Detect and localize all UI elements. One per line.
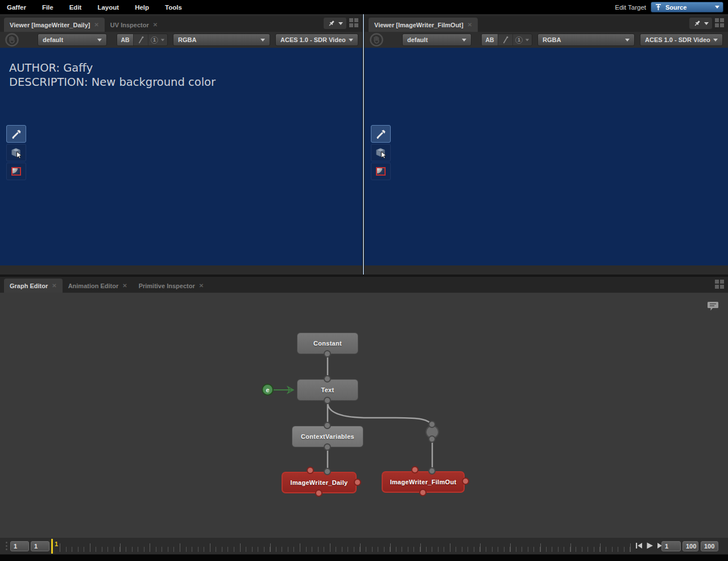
close-icon[interactable]: ✕ [52,282,56,289]
node-connector[interactable] [428,467,436,475]
node-label: Constant [313,340,342,347]
crop-window-tool-button[interactable] [6,163,26,180]
node-connector[interactable] [324,375,331,383]
node-connector[interactable] [411,466,419,473]
display-transform-select[interactable]: ACES 1.0 - SDR Video [275,34,358,46]
chevron-down-icon [260,39,265,41]
layout-grid-icon[interactable] [349,18,359,28]
close-icon[interactable]: ✕ [153,22,158,28]
menu-gaffer[interactable]: Gaffer [7,4,26,11]
viewer-tools-column [371,125,391,181]
edit-target-dropdown[interactable]: Source [651,2,723,13]
close-icon[interactable]: ✕ [94,22,98,28]
pan-hand-icon[interactable] [370,33,383,47]
bottom-tabbar: Graph Editor ✕ Animation Editor ✕ Primit… [0,277,728,293]
cube-cursor-icon [374,147,387,159]
timeline-ruler[interactable] [60,538,634,555]
timeline-frame-field[interactable]: 1 [661,541,681,551]
crop-window-tool-button[interactable] [371,163,391,180]
selection-tool-button[interactable] [371,144,391,161]
timeline-grip-handle[interactable] [6,542,7,550]
timeline-playhead-label: 1 [55,541,58,547]
tab-label: UV Inspector [110,22,149,28]
compare-button-group: AB 1 [481,34,532,46]
menu-edit[interactable]: Edit [69,4,82,11]
node-connector[interactable] [419,489,427,496]
timeline-start-field[interactable]: 1 [10,541,29,551]
compare-image-button[interactable]: 1 [512,34,532,45]
node-connector[interactable] [324,468,331,475]
crop-window-icon [11,167,21,176]
node-connector[interactable] [324,350,331,358]
menu-file[interactable]: File [42,4,53,11]
timeline-current-frame-field[interactable]: 1 [31,541,49,551]
tab-graph-editor[interactable]: Graph Editor ✕ [4,279,63,293]
node-connector[interactable] [428,421,436,428]
compare-count: 1 [515,36,523,44]
ab-compare-button[interactable]: AB [482,34,498,45]
wipe-icon[interactable] [133,34,148,45]
node-connector[interactable] [324,422,331,429]
display-transform-select[interactable]: ACES 1.0 - SDR Video [640,34,723,46]
chevron-down-icon [704,22,709,25]
transport-controls [635,542,664,549]
node-connector[interactable] [428,435,436,443]
image-viewport-filmout[interactable]: XY : 0 0 HD 1080 ( 20 RGBA : 0.000 0.050… [365,48,728,265]
compare-count: 1 [151,36,158,44]
menu-layout[interactable]: Layout [97,4,119,11]
node-connector[interactable] [324,397,331,404]
selection-tool-button[interactable] [6,144,26,161]
node-connector[interactable] [462,477,469,485]
wipe-icon[interactable] [498,34,512,45]
pin-editor-button[interactable] [689,18,712,29]
color-picker-tool-button[interactable] [6,125,26,143]
tab-primitive-inspector[interactable]: Primitive Inspector ✕ [133,279,209,293]
tab-uv-inspector[interactable]: UV Inspector ✕ [105,18,163,32]
node-graph-canvas[interactable]: Constant Text ContextVariables ImageWrit… [0,293,728,537]
image-viewport-daily[interactable]: AUTHOR: Gaffy DESCRIPTION: New backgroun… [0,48,362,265]
node-connector[interactable] [354,479,361,486]
tab-viewer-imagewriter-filmout[interactable]: Viewer [ImageWriter_FilmOut] ✕ [369,18,478,32]
close-icon[interactable]: ✕ [199,282,204,289]
layout-grid-icon[interactable] [715,18,725,28]
graph-editor-panel: Graph Editor ✕ Animation Editor ✕ Primit… [0,277,728,537]
layer-select[interactable]: default [402,34,471,46]
node-connector[interactable] [315,489,322,497]
cube-cursor-icon [10,147,23,159]
play-icon[interactable] [646,542,653,549]
menu-help[interactable]: Help [135,4,149,11]
channels-select[interactable]: RGBA [537,34,635,46]
close-icon[interactable]: ✕ [468,22,472,28]
close-icon[interactable]: ✕ [122,282,127,289]
viewer-daily-toolbar: default AB 1 RGBA ACES 1.0 - SDR Video [0,32,362,48]
tab-label: Primitive Inspector [139,282,195,289]
compare-image-button[interactable]: 1 [148,34,167,45]
layer-select[interactable]: default [38,34,107,46]
menu-tools[interactable]: Tools [165,4,182,11]
viewer-panels: Viewer [ImageWriter_Daily] ✕ UV Inspecto… [0,14,728,275]
color-picker-tool-button[interactable] [371,125,391,143]
tab-viewer-imagewriter-daily[interactable]: Viewer [ImageWriter_Daily] ✕ [4,18,105,32]
timeline-playhead[interactable] [51,539,53,554]
timeline-range-end2-field[interactable]: 100 [701,541,718,551]
pin-editor-button[interactable] [324,18,346,29]
overlay-description-line: DESCRIPTION: New background color [9,76,216,90]
tab-animation-editor[interactable]: Animation Editor ✕ [63,279,133,293]
expression-node-badge[interactable]: e [262,384,274,396]
channels-select[interactable]: RGBA [173,34,270,46]
node-connector[interactable] [324,443,331,451]
chevron-down-icon [715,6,719,9]
node-connector[interactable] [307,467,314,474]
timeline-range-end-field[interactable]: 100 [682,541,698,551]
chevron-down-icon [97,39,102,41]
channels-select-value: RGBA [178,36,196,43]
image-overlay-text: AUTHOR: Gaffy DESCRIPTION: New backgroun… [9,61,216,89]
tab-label: Viewer [ImageWriter_Daily] [10,22,90,28]
timeline-bar: 1 1 1 1 100 100 [0,537,728,554]
layout-grid-icon[interactable] [715,280,725,290]
ab-compare-button[interactable]: AB [117,34,133,45]
chevron-down-icon [526,39,529,41]
edit-scope-icon [655,3,662,11]
pan-hand-icon[interactable] [5,33,19,47]
skip-to-start-icon[interactable] [635,542,643,549]
